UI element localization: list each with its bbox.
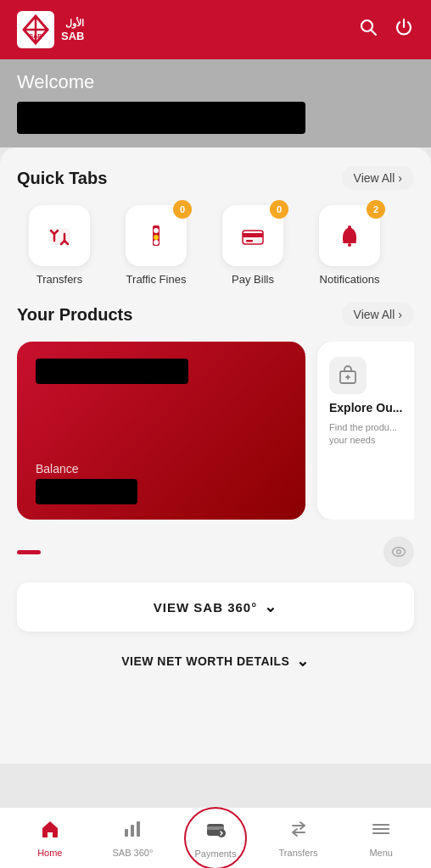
transfers-icon-box bbox=[29, 205, 90, 266]
view-sab-label: VIEW SAB 360° bbox=[154, 600, 257, 615]
nav-sab360[interactable]: SAB 360° bbox=[92, 812, 175, 865]
traffic-fines-label: Traffic Fines bbox=[126, 273, 187, 286]
chevron-right-icon: › bbox=[398, 308, 402, 321]
pay-bills-label: Pay Bills bbox=[232, 273, 274, 286]
search-icon[interactable] bbox=[358, 17, 378, 42]
quick-tab-pay-bills[interactable]: 0 Pay Bills bbox=[210, 205, 295, 286]
menu-label: Menu bbox=[369, 848, 393, 858]
quick-tabs-view-all[interactable]: View All › bbox=[342, 166, 414, 190]
transfers-label: Transfers bbox=[36, 273, 82, 286]
welcome-section: Welcome bbox=[0, 59, 431, 147]
nav-transfers[interactable]: Transfers bbox=[257, 812, 340, 865]
quick-tab-transfers[interactable]: Transfers bbox=[17, 205, 102, 286]
chevron-right-icon: › bbox=[398, 171, 402, 185]
svg-text:SAB: SAB bbox=[30, 33, 42, 39]
card-balance-label: Balance bbox=[36, 462, 287, 476]
explore-card[interactable]: Explore Ou... Find the produ... your nee… bbox=[317, 342, 414, 520]
home-icon bbox=[40, 819, 60, 844]
eye-icon[interactable] bbox=[383, 537, 414, 567]
welcome-bar-redacted bbox=[17, 102, 305, 134]
your-products-section: Your Products View All › Balance bbox=[0, 294, 431, 528]
card-indicator-row bbox=[0, 528, 431, 570]
quick-tabs-grid: Transfers 0 Traffic Fines bbox=[17, 205, 414, 286]
traffic-fines-badge: 0 bbox=[173, 200, 192, 219]
products-row: Balance Explore Ou... Find the produ... … bbox=[17, 342, 414, 520]
transfers-nav-label: Transfers bbox=[279, 848, 318, 858]
welcome-text: Welcome bbox=[17, 71, 414, 93]
explore-desc: Find the produ... your needs bbox=[329, 421, 414, 448]
products-view-all[interactable]: View All › bbox=[342, 303, 414, 326]
bank-logo: SAB الأول SAB bbox=[17, 11, 84, 48]
svg-point-11 bbox=[154, 240, 159, 245]
notifications-badge: 2 bbox=[367, 200, 385, 219]
view-net-worth-section[interactable]: VIEW NET WORTH DETAILS ⌄ bbox=[0, 643, 431, 679]
sab360-label: SAB 360° bbox=[112, 848, 153, 858]
svg-rect-23 bbox=[125, 829, 128, 837]
explore-title: Explore Ou... bbox=[329, 401, 402, 415]
transfers-nav-icon bbox=[288, 819, 309, 844]
nav-menu[interactable]: Menu bbox=[339, 812, 423, 865]
quick-tabs-header: Quick Tabs View All › bbox=[17, 166, 414, 190]
view-sab-360-button[interactable]: VIEW SAB 360° ⌄ bbox=[17, 582, 414, 632]
quick-tab-notifications[interactable]: 2 Notifications bbox=[307, 205, 392, 286]
svg-point-16 bbox=[348, 243, 351, 247]
explore-icon bbox=[329, 357, 367, 394]
quick-tab-traffic-fines[interactable]: 0 Traffic Fines bbox=[114, 205, 199, 286]
bottom-nav: Home SAB 360° Payments bbox=[0, 807, 431, 868]
nav-home[interactable]: Home bbox=[8, 812, 92, 865]
svg-rect-24 bbox=[131, 825, 134, 837]
product-card[interactable]: Balance bbox=[17, 342, 305, 520]
bank-name-ar: الأول bbox=[61, 18, 84, 29]
header: SAB الأول SAB bbox=[0, 0, 431, 59]
menu-icon bbox=[371, 819, 391, 844]
svg-rect-17 bbox=[348, 225, 351, 229]
quick-tabs-title: Quick Tabs bbox=[17, 169, 107, 188]
traffic-fines-icon-wrap: 0 bbox=[126, 205, 187, 266]
notifications-label: Notifications bbox=[320, 273, 380, 286]
quick-tabs-section: Quick Tabs View All › bbox=[0, 147, 431, 294]
payments-label: Payments bbox=[195, 849, 237, 859]
svg-rect-15 bbox=[343, 241, 356, 243]
pay-bills-badge: 0 bbox=[270, 200, 288, 219]
card-balance-redacted bbox=[36, 479, 137, 504]
svg-line-6 bbox=[372, 31, 377, 36]
svg-rect-25 bbox=[137, 821, 140, 837]
svg-point-9 bbox=[154, 228, 159, 233]
home-label: Home bbox=[37, 848, 62, 858]
transfers-icon-wrap bbox=[29, 205, 90, 266]
main-content: Quick Tabs View All › bbox=[0, 147, 431, 764]
notifications-icon-wrap: 2 bbox=[319, 205, 380, 266]
svg-point-10 bbox=[154, 235, 159, 240]
header-actions bbox=[358, 17, 414, 42]
svg-point-21 bbox=[393, 548, 406, 557]
pay-bills-icon-wrap: 0 bbox=[222, 205, 283, 266]
view-net-worth-label: VIEW NET WORTH DETAILS bbox=[121, 654, 289, 668]
sab360-icon bbox=[122, 819, 143, 844]
nav-payments[interactable]: Payments bbox=[174, 811, 257, 865]
net-worth-chevron-icon: ⌄ bbox=[296, 652, 310, 670]
svg-rect-13 bbox=[243, 233, 263, 237]
payments-icon bbox=[204, 818, 227, 845]
svg-point-22 bbox=[397, 550, 401, 554]
power-icon[interactable] bbox=[394, 17, 414, 42]
card-dot-indicator bbox=[17, 550, 41, 554]
chevron-down-icon: ⌄ bbox=[264, 598, 277, 616]
your-products-header: Your Products View All › bbox=[17, 303, 414, 326]
your-products-title: Your Products bbox=[17, 305, 132, 325]
bank-name: SAB bbox=[61, 30, 84, 42]
card-account-redacted bbox=[36, 359, 188, 384]
svg-rect-14 bbox=[246, 240, 253, 242]
